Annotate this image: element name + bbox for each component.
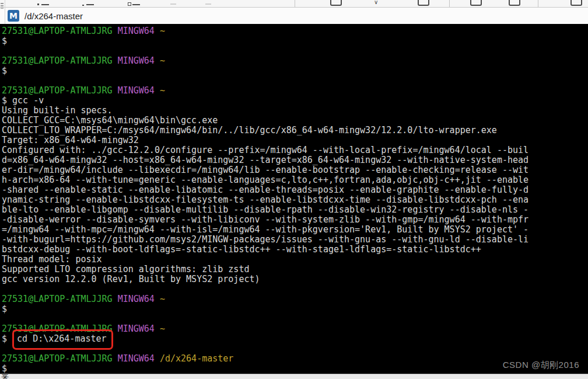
- page-bottom-strip: 来: [0, 374, 588, 379]
- terminal-text: bstdcxx-debug --with-boot-ldflags=-stati…: [2, 244, 481, 255]
- terminal-line: $ cd D:\x264-master: [2, 334, 588, 344]
- terminal-line: =/mingw64 --with-mpc=/mingw64 --with-isl…: [2, 225, 588, 235]
- terminal-text: $: [2, 333, 12, 344]
- terminal-text: MINGW64: [118, 324, 160, 334]
- page: ∨ M /d/x264-master 27531@LAPTOP-ATMLJJRG…: [0, 0, 588, 379]
- terminal-text: Using built-in specs.: [2, 105, 113, 116]
- terminal-text: MINGW64: [118, 294, 160, 304]
- terminal-line: Using built-in specs.: [2, 106, 588, 116]
- terminal-text: $: [2, 363, 7, 374]
- terminal-line: [2, 46, 588, 56]
- terminal-text: $: [2, 304, 7, 314]
- terminal-text: -with-bugurl=https://github.com/msys2/MI…: [2, 234, 528, 245]
- terminal-text: 27531@LAPTOP-ATMLJJRG: [2, 55, 118, 66]
- terminal-line: ynamic-string --enable-libstdcxx-filesys…: [2, 195, 588, 205]
- terminal-screen[interactable]: 27531@LAPTOP-ATMLJJRG MINGW64 ~$ 27531@L…: [0, 24, 588, 374]
- terminal-line: $: [2, 66, 588, 76]
- terminal-line: 27531@LAPTOP-ATMLJJRG MINGW64 ~: [2, 294, 588, 304]
- terminal-text: ~: [160, 55, 165, 66]
- faint-toolbar-icon: [170, 0, 177, 7]
- terminal-line: [2, 314, 588, 324]
- terminal-text: d=x86_64-w64-mingw32 --host=x86_64-w64-m…: [2, 155, 528, 165]
- terminal-line: [2, 284, 588, 294]
- terminal-text: MINGW64: [118, 26, 160, 36]
- terminal-text: Thread model: posix: [2, 254, 102, 265]
- toolbar-button-icon[interactable]: [470, 0, 482, 6]
- terminal-text: $ gcc -v: [2, 95, 44, 106]
- toolbar-separator: [538, 0, 538, 7]
- terminal-text: 27531@LAPTOP-ATMLJJRG: [2, 353, 118, 364]
- toolbar-button-icon[interactable]: [418, 0, 429, 6]
- terminal-text: ynamic-string --enable-libstdcxx-filesys…: [2, 194, 528, 205]
- terminal-line: $: [2, 364, 588, 374]
- terminal-line: 27531@LAPTOP-ATMLJJRG MINGW64 ~: [2, 56, 588, 66]
- terminal-line: COLLECT_LTO_WRAPPER=C:/msys64/mingw64/bi…: [2, 126, 588, 135]
- terminal-line: Target: x86_64-w64-mingw32: [2, 135, 588, 145]
- toolbar-separator: [295, 0, 295, 7]
- terminal-text: er-dir=/mingw64/include --libexecdir=/mi…: [2, 165, 528, 175]
- window-title: /d/x264-master: [24, 11, 83, 21]
- terminal-line: $: [2, 36, 588, 46]
- terminal-text: =/mingw64 --with-mpc=/mingw64 --with-isl…: [2, 224, 528, 235]
- toolbar-button-icon[interactable]: [570, 0, 582, 6]
- terminal-line: $ gcc -v: [2, 96, 588, 106]
- watermark: CSDN @胡刚2016: [503, 360, 579, 371]
- bullet-list-icon[interactable]: [37, 0, 49, 7]
- highlight-box: cd D:\x264-master: [12, 329, 113, 350]
- numbered-list-icon[interactable]: [82, 0, 94, 7]
- terminal-text: 27531@LAPTOP-ATMLJJRG: [2, 26, 118, 36]
- terminal-text: ~: [160, 26, 165, 36]
- terminal-text: ~: [160, 294, 165, 304]
- terminal-text: MINGW64: [118, 353, 160, 364]
- terminal-title-bar: M /d/x264-master: [0, 8, 588, 24]
- terminal-text: /d/x264-master: [160, 353, 233, 364]
- terminal-line: -shared --enable-static --enable-libatom…: [2, 185, 588, 195]
- terminal-text: MINGW64: [118, 85, 160, 96]
- terminal-line: 27531@LAPTOP-ATMLJJRG MINGW64 ~: [2, 26, 588, 36]
- terminal-text: MINGW64: [118, 55, 160, 66]
- terminal-text: Supported LTO compression algorithms: zl…: [2, 264, 249, 274]
- terminal-text: Configured with: ../gcc-12.2.0/configure…: [2, 145, 528, 155]
- faint-toolbar-icon: [205, 0, 212, 7]
- terminal-line: -with-bugurl=https://github.com/msys2/MI…: [2, 235, 588, 245]
- toolbar-button-icon[interactable]: [509, 0, 520, 6]
- terminal-text: ~: [160, 85, 165, 96]
- mintty-window-icon[interactable]: M: [8, 10, 19, 22]
- terminal-line: gcc version 12.2.0 (Rev1, Built by MSYS2…: [2, 274, 588, 284]
- clipped-text-glyph: 来: [1, 374, 9, 379]
- task-list-icon[interactable]: [128, 0, 139, 7]
- toolbar-separator: [449, 0, 450, 7]
- chevron-down-icon[interactable]: ∨: [374, 0, 378, 6]
- terminal-text: 27531@LAPTOP-ATMLJJRG: [2, 85, 118, 96]
- terminal-line: er-dir=/mingw64/include --libexecdir=/mi…: [2, 165, 588, 175]
- terminal-text: -disable-werror --disable-symvers --with…: [2, 214, 528, 225]
- terminal-line: ble-lto --enable-libgomp --disable-multi…: [2, 205, 588, 215]
- terminal-text: ~: [160, 324, 165, 334]
- edge-artifact-line: [5, 0, 5, 24]
- terminal-line: Configured with: ../gcc-12.2.0/configure…: [2, 145, 588, 155]
- terminal-line: -disable-werror --disable-symvers --with…: [2, 215, 588, 225]
- terminal-text: gcc version 12.2.0 (Rev1, Built by MSYS2…: [2, 274, 260, 284]
- toolbar-button-icon[interactable]: [330, 0, 342, 6]
- terminal-text: COLLECT_LTO_WRAPPER=C:/msys64/mingw64/bi…: [2, 125, 497, 135]
- terminal-text: h-arch=x86-64 --with-tune=generic --enab…: [2, 175, 528, 185]
- terminal-text: -shared --enable-static --enable-libatom…: [2, 185, 528, 195]
- terminal-line: d=x86_64-w64-mingw32 --host=x86_64-w64-m…: [2, 155, 588, 165]
- edge-artifact-mark: [1, 3, 4, 4]
- editor-toolbar-strip: ∨: [0, 0, 588, 8]
- terminal-line: $: [2, 304, 588, 314]
- terminal-text: Target: x86_64-w64-mingw32: [2, 135, 139, 145]
- terminal-line: 27531@LAPTOP-ATMLJJRG MINGW64 ~: [2, 86, 588, 96]
- terminal-line: h-arch=x86-64 --with-tune=generic --enab…: [2, 175, 588, 185]
- terminal-text: ble-lto --enable-libgomp --disable-multi…: [2, 204, 528, 215]
- terminal-line: Thread model: posix: [2, 255, 588, 265]
- terminal-text: 27531@LAPTOP-ATMLJJRG: [2, 294, 118, 304]
- terminal-text: COLLECT_GCC=C:\msys64\mingw64\bin\gcc.ex…: [2, 115, 218, 126]
- terminal-line: COLLECT_GCC=C:\msys64\mingw64\bin\gcc.ex…: [2, 116, 588, 126]
- terminal-text: $: [2, 36, 7, 46]
- terminal-line: [2, 76, 588, 86]
- terminal-line: bstdcxx-debug --with-boot-ldflags=-stati…: [2, 245, 588, 255]
- terminal-text: $: [2, 65, 7, 76]
- terminal-line: Supported LTO compression algorithms: zl…: [2, 265, 588, 274]
- terminal-line: 27531@LAPTOP-ATMLJJRG MINGW64 /d/x264-ma…: [2, 354, 588, 364]
